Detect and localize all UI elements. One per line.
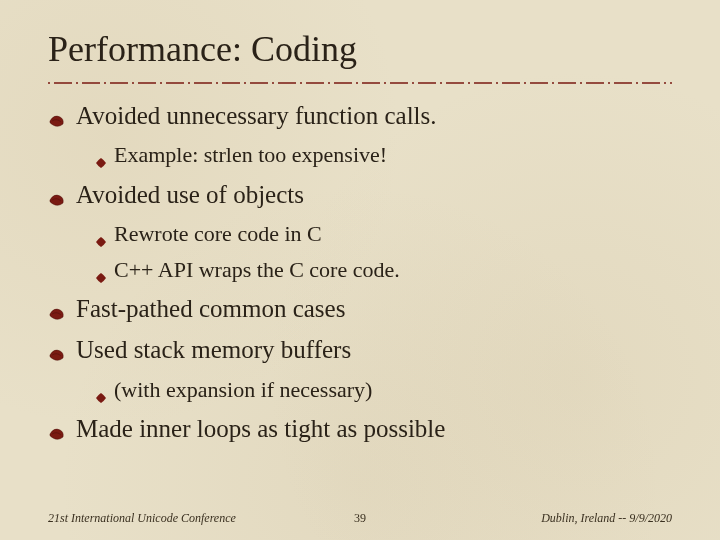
leaf-bullet-icon: [48, 340, 66, 371]
bullet-text: Made inner loops as tight as possible: [76, 413, 445, 444]
bullet-level1: Fast-pathed common cases: [48, 293, 672, 330]
bullet-text: (with expansion if necessary): [114, 376, 372, 404]
leaf-bullet-icon: [48, 299, 66, 330]
diamond-bullet-icon: [96, 147, 106, 175]
content: Avoided unnecessary function calls. Exam…: [48, 100, 672, 450]
bullet-text: Avoided unnecessary function calls.: [76, 100, 437, 131]
divider: [48, 80, 672, 86]
bullet-text: Rewrote core code in C: [114, 220, 322, 248]
bullet-text: C++ API wraps the C core code.: [114, 256, 400, 284]
bullet-level2: Example: strlen too expensive!: [96, 141, 672, 175]
slide-number: 39: [48, 511, 672, 526]
bullet-level2: C++ API wraps the C core code.: [96, 256, 672, 290]
bullet-level1: Avoided use of objects: [48, 179, 672, 216]
bullet-text: Example: strlen too expensive!: [114, 141, 387, 169]
bullet-text: Used stack memory buffers: [76, 334, 351, 365]
leaf-bullet-icon: [48, 185, 66, 216]
bullet-level1: Made inner loops as tight as possible: [48, 413, 672, 450]
diamond-bullet-icon: [96, 262, 106, 290]
leaf-bullet-icon: [48, 419, 66, 450]
bullet-level2: Rewrote core code in C: [96, 220, 672, 254]
slide-title: Performance: Coding: [48, 28, 672, 70]
bullet-level2: (with expansion if necessary): [96, 376, 672, 410]
diamond-bullet-icon: [96, 226, 106, 254]
bullet-text: Avoided use of objects: [76, 179, 304, 210]
footer: 21st International Unicode Conference 39…: [48, 511, 672, 526]
slide: Performance: Coding Avoided unnecessary …: [0, 0, 720, 540]
diamond-bullet-icon: [96, 382, 106, 410]
bullet-level1: Used stack memory buffers: [48, 334, 672, 371]
leaf-bullet-icon: [48, 106, 66, 137]
bullet-level1: Avoided unnecessary function calls.: [48, 100, 672, 137]
bullet-text: Fast-pathed common cases: [76, 293, 345, 324]
